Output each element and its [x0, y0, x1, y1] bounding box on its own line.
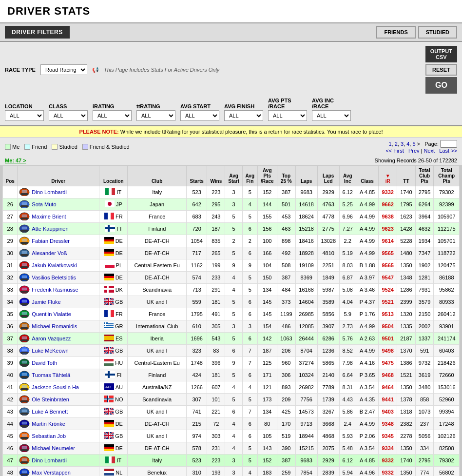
- location-select[interactable]: ALL: [5, 110, 44, 121]
- driver-name[interactable]: Jackson Souslin Ha: [32, 384, 79, 390]
- driver-name[interactable]: Frederik Rasmusse: [32, 287, 78, 293]
- prev-page-link[interactable]: Prev: [408, 148, 420, 154]
- driver-name[interactable]: Jamie Fluke: [32, 299, 60, 305]
- driver-name[interactable]: Atte Kauppinen: [32, 226, 68, 232]
- helmet-icon: [19, 212, 30, 221]
- col-champ-pts[interactable]: TotalChampPts: [434, 166, 460, 186]
- col-pos[interactable]: Pos: [3, 166, 18, 186]
- driver-name[interactable]: Sebastian Job: [32, 433, 66, 439]
- go-button[interactable]: GO: [425, 77, 457, 94]
- cell-club: Iberia: [128, 333, 187, 345]
- col-laps-led[interactable]: LapsLed: [317, 166, 339, 186]
- studied-button[interactable]: STUDIED: [418, 26, 457, 39]
- filters-section: RACE TYPE Road Racing 📢 This Page Includ…: [0, 42, 462, 126]
- driver-name[interactable]: Aaron Vazquezz: [32, 336, 71, 341]
- reset-button[interactable]: RESET: [425, 64, 457, 76]
- cell-avg-inc: 8.52: [339, 345, 356, 357]
- svg-rect-18: [108, 213, 111, 219]
- table-row: 40 Tuomas Tähtelä FI Finland 424 181 5 6…: [3, 369, 460, 381]
- last-page-link[interactable]: Last >>: [439, 148, 457, 154]
- page-2-link[interactable]: 2: [395, 141, 398, 147]
- irating-select[interactable]: ALL: [93, 110, 132, 121]
- page-4-link[interactable]: 4: [406, 141, 409, 147]
- cell-location: DE: [99, 235, 128, 247]
- driver-name[interactable]: Tuomas Tähtelä: [32, 372, 70, 378]
- cell-top25: 373: [277, 296, 295, 308]
- table-wrapper: Pos Driver Location Club Starts Wins Avg…: [0, 165, 462, 476]
- col-avg-fin[interactable]: AvgFin: [242, 166, 257, 186]
- driver-name[interactable]: Jakub Kwiatkowski: [32, 262, 77, 268]
- first-page-link[interactable]: << First: [385, 148, 404, 154]
- svg-rect-83: [20, 327, 28, 329]
- col-top25[interactable]: Top25 %: [277, 166, 295, 186]
- svg-rect-3: [22, 190, 27, 193]
- svg-rect-181: [104, 449, 114, 451]
- driver-name[interactable]: Sota Muto: [32, 201, 56, 207]
- cell-champ-pts: 112175: [434, 223, 460, 235]
- race-type-select[interactable]: Road Racing: [40, 64, 87, 75]
- svg-rect-159: [104, 420, 114, 422]
- driver-name[interactable]: Luke A Bennett: [32, 409, 68, 415]
- driver-name[interactable]: Dino Lombardi: [32, 189, 67, 195]
- cell-pos: [3, 186, 18, 198]
- page-5-link[interactable]: 5: [412, 141, 415, 147]
- me-link[interactable]: Me: 47 >: [5, 158, 26, 163]
- driver-name[interactable]: Martin Krönke: [32, 421, 65, 427]
- driver-name[interactable]: Michael Romanidis: [32, 323, 77, 329]
- page-3-link[interactable]: 3: [401, 141, 404, 147]
- cell-starts: 215: [186, 418, 207, 430]
- col-starts[interactable]: Starts: [186, 166, 207, 186]
- cell-ir: 9638: [379, 211, 397, 223]
- col-club[interactable]: Club: [128, 166, 187, 186]
- page-1-link[interactable]: 1: [388, 141, 391, 147]
- page-input[interactable]: [440, 140, 457, 148]
- driver-name[interactable]: Vasilios Beletsiotis: [32, 275, 76, 280]
- helmet-icon: [19, 346, 30, 356]
- driver-name[interactable]: Maxime Brient: [32, 214, 66, 219]
- svg-rect-122: [20, 376, 28, 378]
- cell-club-pts: 2795: [415, 186, 434, 198]
- cell-avg-pts: 171: [257, 369, 277, 381]
- table-row: 38 Luke McKeown GB UK and I 323 83 6 7 1…: [3, 345, 460, 357]
- cell-top25: 170: [277, 418, 295, 430]
- col-laps[interactable]: Laps: [295, 166, 317, 186]
- driver-name[interactable]: Alexander Voß: [32, 250, 67, 256]
- avg-finish-select[interactable]: ALL: [224, 110, 263, 121]
- cell-laps: 14573: [295, 406, 317, 418]
- driver-name[interactable]: Ole Steinbraten: [32, 397, 69, 402]
- friends-button[interactable]: FRIENDS: [376, 26, 415, 39]
- cell-class: A 4.99: [356, 223, 379, 235]
- col-club-pts[interactable]: TotalClubPts: [415, 166, 434, 186]
- driver-name[interactable]: Max Verstappen: [32, 470, 71, 476]
- svg-rect-22: [20, 230, 28, 232]
- driver-name[interactable]: Fabian Dressler: [32, 238, 70, 244]
- avg-pts-select[interactable]: ALL: [268, 110, 307, 121]
- cell-tt: 1348: [397, 272, 416, 284]
- cell-pos: 31: [3, 259, 18, 272]
- col-location[interactable]: Location: [99, 166, 128, 186]
- driver-name[interactable]: David Toth: [32, 360, 57, 366]
- ttrating-select[interactable]: ALL: [136, 110, 175, 121]
- cell-top25: 1063: [277, 333, 295, 345]
- class-select[interactable]: ALL: [49, 110, 88, 121]
- cell-location: GB: [99, 430, 128, 442]
- driver-name[interactable]: Dino Lombardi: [32, 457, 67, 463]
- col-ir[interactable]: ▼iR: [379, 166, 397, 186]
- driver-name[interactable]: Michael Neumeier: [32, 445, 75, 451]
- col-avg-pts[interactable]: AvgPts/Race: [257, 166, 277, 186]
- driver-filters-tab[interactable]: DRIVER FILTERS: [5, 26, 70, 39]
- cell-avg-fin: 5: [242, 442, 257, 455]
- col-avg-start[interactable]: AvgStart: [225, 166, 243, 186]
- output-csv-button[interactable]: OUTPUTCSV: [425, 46, 457, 62]
- avg-inc-select[interactable]: ALL: [312, 110, 351, 121]
- col-driver[interactable]: Driver: [18, 166, 99, 186]
- cell-club-pts: 3480: [415, 381, 434, 394]
- col-tt[interactable]: TT: [397, 166, 416, 186]
- col-wins[interactable]: Wins: [207, 166, 225, 186]
- driver-name[interactable]: Quentiin Vialatte: [32, 311, 71, 317]
- next-page-link[interactable]: Next: [424, 148, 435, 154]
- avg-start-select[interactable]: ALL: [180, 110, 219, 121]
- col-avg-inc[interactable]: AvgInc: [339, 166, 356, 186]
- col-class[interactable]: Class: [356, 166, 379, 186]
- driver-name[interactable]: Luke McKeown: [32, 348, 68, 354]
